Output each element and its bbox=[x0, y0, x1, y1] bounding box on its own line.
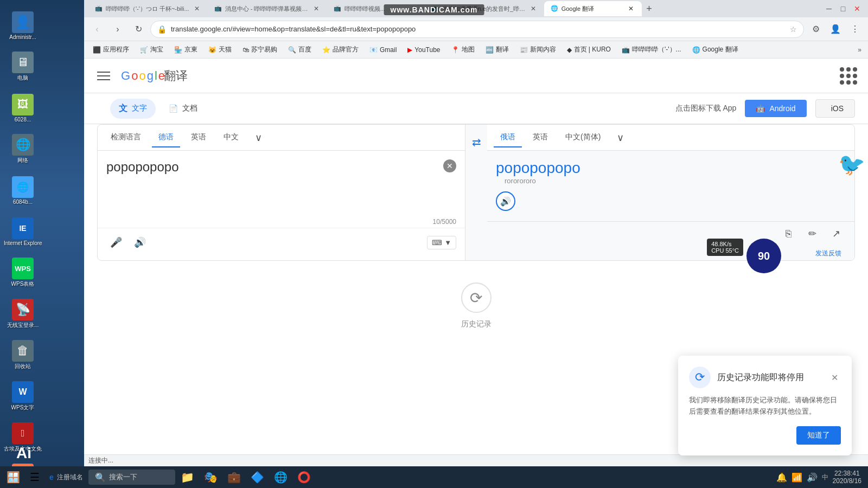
target-lang-expand[interactable]: ∨ bbox=[611, 129, 629, 146]
notification-header: ⟳ 历史记录功能即将停用 ✕ bbox=[689, 367, 841, 388]
bookmarks-more-button[interactable]: » bbox=[856, 46, 864, 54]
source-lang-de[interactable]: 德语 bbox=[152, 128, 180, 147]
desktop-icon-recycle[interactable]: 🗑 回收站 bbox=[4, 336, 42, 374]
menu-button[interactable]: ⋮ bbox=[846, 21, 864, 38]
maximize-button[interactable]: □ bbox=[837, 2, 850, 15]
bookmark-suning[interactable]: 🛍 苏宁易购 bbox=[238, 43, 282, 56]
desktop-icon-ie[interactable]: IE Internet Explorer bbox=[4, 213, 42, 251]
tab-favicon-2: 📺 bbox=[214, 5, 222, 12]
desktop-icon-img1[interactable]: 🖼 6028... bbox=[4, 89, 42, 127]
file-manager-btn[interactable]: 📁 bbox=[176, 467, 199, 487]
notification-ok-button[interactable]: 知道了 bbox=[796, 426, 841, 445]
tab-favicon-1: 📺 bbox=[95, 5, 103, 12]
bookmark-taobao[interactable]: 🛒 淘宝 bbox=[136, 43, 168, 56]
forward-button[interactable]: › bbox=[109, 21, 126, 38]
bookmark-tianmao[interactable]: 😺 天猫 bbox=[204, 43, 236, 56]
download-label: 点击图标下载 App bbox=[675, 104, 737, 113]
bookmark-baidu[interactable]: 🔍 百度 bbox=[284, 43, 316, 56]
desktop-icon-wps-table[interactable]: WPS WPS表格 bbox=[4, 254, 42, 292]
hamburger-menu[interactable] bbox=[95, 67, 112, 85]
target-lang-zh[interactable]: 中文(简体) bbox=[559, 128, 607, 147]
desktop-icon-wireless[interactable]: 📡 无线宝登录... bbox=[4, 295, 42, 333]
tab-close-4[interactable]: ✕ bbox=[529, 4, 538, 13]
refresh-button[interactable]: ↻ bbox=[130, 21, 147, 38]
taskbar-app1-btn[interactable]: 🎭 bbox=[200, 467, 222, 487]
bookmark-google-translate[interactable]: 🌐 Google 翻译 bbox=[688, 43, 743, 56]
bookmark-jd[interactable]: 🏪 京東 bbox=[170, 43, 202, 56]
apps-grid-icon[interactable] bbox=[840, 67, 857, 85]
taskbar-app4-btn[interactable]: ⭕ bbox=[293, 467, 315, 487]
address-bar[interactable]: 🔒 translate.google.cn/#view=home&op=tran… bbox=[150, 21, 804, 38]
taskbar-date-text: 2020/8/16 bbox=[833, 477, 861, 485]
source-lang-auto[interactable]: 检测语言 bbox=[104, 128, 148, 147]
network-sys-icon[interactable]: 📶 bbox=[792, 472, 802, 483]
profile-button[interactable]: 👤 bbox=[827, 21, 844, 38]
taskbar-search[interactable]: 🔍 搜索一下 bbox=[88, 470, 175, 485]
maps-icon: 📍 bbox=[451, 46, 459, 54]
bookmark-kuro[interactable]: ◆ 首页 | KURO bbox=[563, 43, 615, 56]
start-button[interactable]: 🪟 bbox=[2, 467, 24, 487]
bookmark-youtube[interactable]: ▶ YouTube bbox=[403, 43, 444, 56]
tab-title-2: 消息中心 - 哔哔哔哔弹幕视频网... bbox=[225, 5, 309, 13]
bookmark-brand[interactable]: ⭐ 品牌官方 bbox=[318, 43, 363, 56]
listen-button[interactable]: 🔊 bbox=[496, 191, 515, 211]
microphone-button[interactable]: 🎤 bbox=[106, 233, 126, 252]
tab-close-2[interactable]: ✕ bbox=[312, 4, 321, 13]
source-text-input[interactable]: popopopopo bbox=[106, 159, 456, 205]
taskbar-chrome-btn[interactable]: 🌐 bbox=[270, 467, 292, 487]
new-tab-button[interactable]: + bbox=[642, 1, 657, 16]
source-lang-en[interactable]: 英语 bbox=[184, 128, 213, 147]
copy-button[interactable]: ⎘ bbox=[778, 224, 798, 243]
tab-close-1[interactable]: ✕ bbox=[193, 4, 201, 13]
clear-source-button[interactable]: ✕ bbox=[443, 159, 456, 172]
status-text: 连接中... bbox=[88, 456, 113, 465]
extensions-button[interactable]: ⚙ bbox=[807, 21, 825, 38]
back-button[interactable]: ‹ bbox=[88, 21, 106, 38]
bookmark-maps[interactable]: 📍 地图 bbox=[447, 43, 479, 56]
taskbar-clock[interactable]: 22:38:41 2020/8/16 bbox=[833, 470, 861, 485]
bookmark-star-icon[interactable]: ☆ bbox=[790, 25, 797, 34]
bookmark-apps[interactable]: ⬛ 应用程序 bbox=[88, 43, 133, 56]
bookmark-gmail[interactable]: 📧 Gmail bbox=[365, 43, 401, 56]
share-button[interactable]: ↗ bbox=[826, 224, 846, 243]
tab-text-mode[interactable]: 文 文字 bbox=[110, 99, 156, 119]
chrome-icon: 🌐 bbox=[274, 471, 288, 484]
tab-bilibili-2[interactable]: 📺 消息中心 - 哔哔哔哔弹幕视频网... ✕ bbox=[208, 1, 327, 16]
swap-languages-button[interactable]: ⇄ bbox=[465, 131, 487, 153]
target-lang-en[interactable]: 英语 bbox=[526, 128, 554, 147]
edit-button[interactable]: ✏ bbox=[802, 224, 822, 243]
desktop-icon-network[interactable]: 🌐 网络 bbox=[4, 130, 42, 168]
taskbar-app2-btn[interactable]: 💼 bbox=[223, 467, 245, 487]
tab-close-5[interactable]: ✕ bbox=[627, 4, 635, 13]
task-view-button[interactable]: ☰ bbox=[25, 467, 44, 487]
desktop-icon-wps-word[interactable]: W WPS文字 bbox=[4, 377, 42, 415]
taskbar-app3-btn[interactable]: 🔷 bbox=[246, 467, 269, 487]
target-lang-ru[interactable]: 俄语 bbox=[494, 128, 522, 147]
bookmark-bilibili[interactable]: 📺 哔哔哔哔（'-'）... bbox=[617, 43, 686, 56]
desktop-icon-img2[interactable]: 🌐 6084b... bbox=[4, 171, 42, 209]
ios-download-btn[interactable]: iOS bbox=[815, 99, 855, 118]
lang-sys-icon[interactable]: 中 bbox=[822, 473, 828, 482]
feedback-button[interactable]: 发送反馈 bbox=[811, 247, 846, 259]
bookmark-baidu-label: 百度 bbox=[298, 45, 311, 54]
bookmark-bilibili-label: 哔哔哔哔（'-'）... bbox=[632, 45, 681, 54]
tab-google-translate[interactable]: 🌐 Google 翻译 ✕ bbox=[544, 1, 642, 16]
android-download-btn[interactable]: 🤖 Android bbox=[745, 100, 806, 117]
bookmark-translate[interactable]: 🔤 翻译 bbox=[481, 43, 513, 56]
ie-taskbar-btn[interactable]: e 注册域名 bbox=[45, 467, 87, 487]
speaker-button[interactable]: 🔊 bbox=[130, 233, 150, 252]
source-lang-zh[interactable]: 中文 bbox=[217, 128, 245, 147]
desktop-icon-admin[interactable]: 👤 Administr... bbox=[4, 7, 42, 44]
source-lang-expand[interactable]: ∨ bbox=[250, 129, 267, 146]
close-button[interactable]: ✕ bbox=[851, 2, 864, 15]
volume-sys-icon[interactable]: 🔊 bbox=[807, 472, 818, 483]
tab-doc-mode[interactable]: 📄 文档 bbox=[160, 99, 206, 118]
tab-bilibili-1[interactable]: 📺 哔哔哔哔（'-'）つロ 千杯~-bili... ✕ bbox=[88, 1, 208, 16]
bookmark-news[interactable]: 📰 新闻内容 bbox=[515, 43, 560, 56]
keyboard-button[interactable]: ⌨ ▼ bbox=[427, 236, 456, 249]
desktop-icon-pc[interactable]: 🖥 电脑 bbox=[4, 48, 42, 86]
minimize-button[interactable]: ─ bbox=[822, 2, 835, 15]
notification-close-button[interactable]: ✕ bbox=[828, 371, 841, 384]
notification-sys-icon[interactable]: 🔔 bbox=[776, 472, 787, 483]
perf-widget[interactable]: 90 bbox=[746, 239, 781, 273]
